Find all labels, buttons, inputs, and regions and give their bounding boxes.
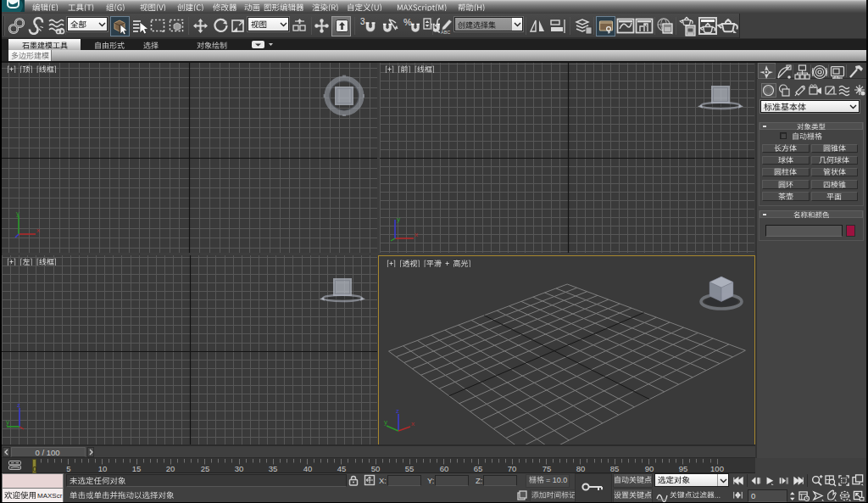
svg-text:Z:: Z:: [476, 476, 482, 485]
svg-text:95: 95: [679, 464, 688, 473]
svg-text:100: 100: [710, 464, 724, 473]
svg-text:x: x: [411, 420, 415, 428]
svg-text:x: x: [415, 231, 418, 238]
svg-text:z: z: [17, 401, 20, 409]
svg-text:25: 25: [200, 464, 209, 473]
svg-text:0: 0: [32, 464, 36, 473]
svg-text:80: 80: [576, 464, 586, 473]
svg-text:45: 45: [337, 464, 347, 473]
svg-text:50: 50: [371, 464, 381, 473]
svg-text:75: 75: [542, 464, 551, 473]
svg-text:%: %: [403, 17, 412, 27]
svg-text:30: 30: [235, 464, 244, 473]
svg-text:3: 3: [360, 17, 365, 26]
svg-text:Y:: Y:: [427, 476, 434, 485]
svg-text:x: x: [36, 226, 40, 234]
svg-text:= 10.0: = 10.0: [546, 476, 567, 484]
svg-text:0 / 100: 0 / 100: [35, 448, 59, 457]
svg-text:40: 40: [303, 464, 312, 473]
svg-text:15: 15: [132, 464, 142, 473]
svg-text:65: 65: [474, 464, 483, 473]
svg-text:z: z: [396, 407, 399, 415]
svg-text:y: y: [397, 215, 400, 223]
svg-text:70: 70: [508, 464, 517, 473]
svg-text:5: 5: [66, 464, 70, 473]
svg-text:20: 20: [166, 464, 175, 473]
svg-text:90: 90: [644, 464, 654, 473]
svg-text:55: 55: [405, 464, 415, 473]
svg-text:10: 10: [98, 464, 108, 473]
svg-text:ABC: ABC: [441, 30, 450, 35]
svg-text:85: 85: [610, 464, 620, 473]
svg-text:X:: X:: [379, 476, 387, 485]
svg-text:MAXScr: MAXScr: [37, 492, 63, 500]
svg-text:y: y: [384, 418, 387, 426]
svg-text:y: y: [16, 210, 19, 217]
svg-text:y: y: [6, 418, 9, 426]
svg-text:60: 60: [439, 464, 448, 473]
svg-text:35: 35: [269, 464, 278, 473]
svg-text:0: 0: [751, 491, 755, 500]
